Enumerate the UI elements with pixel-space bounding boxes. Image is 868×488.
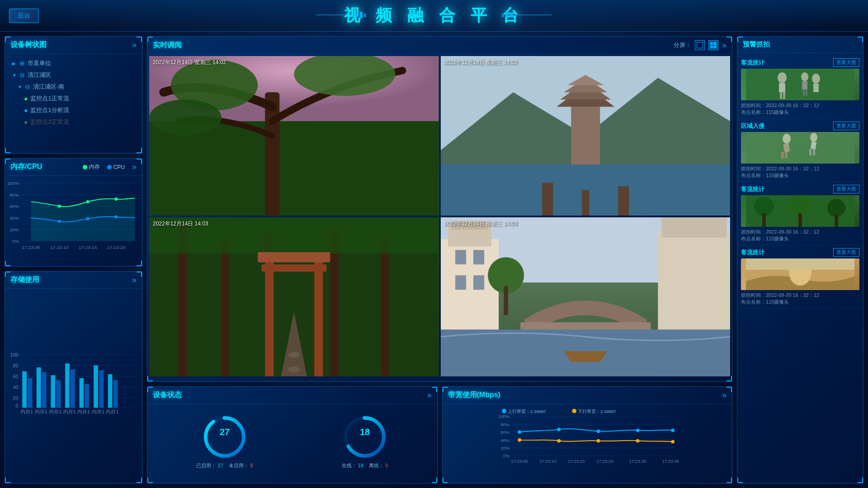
alert-1-type: 客流统计 — [741, 59, 764, 67]
svg-rect-0 — [316, 14, 353, 15]
svg-text:40%: 40% — [9, 216, 19, 221]
svg-text:17:23:20: 17:23:20 — [107, 245, 126, 250]
svg-text:内存1: 内存1 — [92, 409, 104, 414]
tree-globe-icon: ⊕ — [19, 60, 25, 67]
tree-item-city[interactable]: ▶ ⊕ 市直单位 — [8, 57, 139, 69]
svg-rect-98 — [455, 275, 466, 290]
svg-text:20: 20 — [13, 395, 18, 401]
cpu-mem-more[interactable]: » — [132, 162, 137, 172]
cpu-mem-chart: 100% 80% 60% 40% 20% 0% 17:23:05 17:23:1… — [5, 176, 142, 257]
svg-text:100%: 100% — [7, 181, 19, 186]
split-4-cell3 — [710, 46, 713, 49]
svg-text:60%: 60% — [500, 430, 509, 435]
legend-dot-blue — [107, 165, 112, 169]
svg-text:0: 0 — [16, 403, 19, 408]
svg-rect-1 — [355, 13, 359, 17]
alert-1-camera: 布点名称：115摄像头 — [741, 109, 859, 116]
video-cell-2[interactable]: 2022年12月14日 星期三 14:03 — [441, 56, 731, 216]
bandwidth-more[interactable]: » — [722, 390, 726, 400]
tree-item-label-4: 监控点1正常流 — [30, 94, 69, 103]
svg-point-130 — [518, 430, 521, 434]
svg-rect-97 — [473, 250, 484, 264]
tree-item-label-2: 清江浦区 — [28, 71, 51, 79]
device-status-header: 设备状态 » — [147, 387, 437, 404]
tree-item-cam1-analysis[interactable]: ● 监控点1分析流 — [8, 104, 139, 116]
split-1-button[interactable] — [695, 40, 705, 50]
svg-text:18: 18 — [360, 427, 370, 437]
storage-chart: 100 80 60 40 20 0 — [9, 292, 137, 476]
svg-text:0%: 0% — [12, 239, 19, 244]
storage-more[interactable]: » — [132, 275, 137, 285]
realtime-controls: 分屏： » — [674, 40, 726, 50]
svg-text:17:23:05: 17:23:05 — [22, 245, 40, 250]
alert-1-view-btn[interactable]: 查看大图 — [833, 58, 859, 67]
alerts-list: 客流统计 查看大图 — [737, 56, 863, 481]
realtime-more[interactable]: » — [722, 41, 726, 50]
svg-point-68 — [149, 99, 222, 136]
svg-point-136 — [557, 439, 561, 443]
svg-text:17:23:30: 17:23:30 — [662, 459, 679, 464]
device-tree-header: 设备树状图 » — [5, 37, 142, 54]
video-timestamp-2: 2022年12月14日 星期三 14:03 — [444, 59, 518, 66]
back-button[interactable]: 后台 — [9, 9, 39, 23]
svg-point-114 — [502, 409, 506, 413]
device-status-more[interactable]: » — [427, 390, 431, 400]
video-timestamp-3: 2022年12月14日 14:03 — [153, 220, 208, 228]
svg-point-116 — [572, 409, 576, 413]
alerts-panel: 预警抓拍 客流统计 查看大图 — [737, 36, 863, 483]
storage-header: 存储使用 » — [5, 272, 142, 289]
svg-rect-81 — [222, 239, 229, 376]
split-4-button[interactable] — [708, 40, 718, 50]
svg-rect-167 — [746, 132, 854, 164]
alert-1-header: 客流统计 查看大图 — [741, 58, 859, 67]
main-body: 设备树状图 » ▶ ⊕ 市直单位 ▼ ⊖ 清江浦区 ▼ — [0, 32, 868, 488]
svg-rect-7 — [502, 14, 504, 17]
center-column: 实时调阅 分屏： — [147, 36, 732, 483]
alert-4-time: 抓拍时间：2022-09-30 16：32：12 — [741, 292, 859, 299]
tree-arrow-3: ▼ — [18, 84, 22, 89]
svg-rect-50 — [80, 378, 84, 408]
storage-title: 存储使用 — [10, 275, 39, 285]
svg-text:17:23:10: 17:23:10 — [50, 245, 69, 250]
bandwidth-title: 带宽使用(Mbps) — [448, 390, 500, 400]
alert-3-image — [741, 195, 859, 227]
tree-folder-south-icon: ⊖ — [25, 83, 30, 90]
svg-text:0%: 0% — [503, 453, 509, 458]
device-status-panel: 设备状态 » — [147, 386, 438, 483]
svg-text:内存1: 内存1 — [49, 409, 61, 414]
alert-2-view-btn[interactable]: 查看大图 — [833, 122, 859, 130]
device-tree-more[interactable]: » — [132, 40, 137, 50]
tree-item-qingjiangpu[interactable]: ▼ ⊖ 清江浦区 — [8, 69, 139, 81]
tree-item-label-5: 监控点1分析流 — [30, 106, 69, 114]
tree-item-cam2-normal[interactable]: ● 监控点2正常流 — [8, 116, 139, 128]
alert-3-view-btn[interactable]: 查看大图 — [833, 185, 859, 193]
legend-cpu: CPU — [107, 162, 125, 172]
alert-4-header: 客流统计 查看大图 — [741, 248, 859, 257]
svg-rect-77 — [618, 186, 629, 215]
split-4-cell4 — [713, 46, 717, 49]
tree-arrow: ▶ — [12, 61, 17, 66]
alert-item-2: 区域入侵 查看大图 — [737, 119, 863, 182]
device-status-content: 27 已启用： 27 未启用： 3 — [147, 404, 437, 479]
alert-4-view-btn[interactable]: 查看大图 — [833, 248, 859, 257]
svg-rect-51 — [85, 384, 90, 408]
chart-legend: 内存 CPU » — [83, 162, 137, 172]
svg-text:80: 80 — [13, 363, 18, 368]
svg-rect-88 — [258, 252, 330, 262]
realtime-panel: 实时调阅 分屏： — [147, 36, 732, 382]
svg-point-28 — [86, 217, 89, 220]
video-cell-3[interactable]: 2022年12月14日 14:03 — [149, 217, 439, 377]
video-cell-4[interactable]: 2022年12月14日 星期三 14:03 — [441, 217, 731, 377]
gauge2-svg: 18 — [342, 414, 387, 460]
svg-text:17:23:10: 17:23:10 — [539, 459, 557, 464]
device-status-title: 设备状态 — [153, 390, 182, 400]
svg-text:40%: 40% — [500, 438, 509, 443]
storage-content: 100 80 60 40 20 0 — [5, 289, 142, 479]
tree-item-south[interactable]: ▼ ⊖ 清江浦区-南 — [8, 81, 139, 93]
gauge1-enabled-label: 已启用： 27 — [196, 462, 223, 469]
bandwidth-panel: 带宽使用(Mbps) » 上行带宽：2.39687 下行带宽：2.39687 — [442, 386, 733, 483]
tree-cam-green-icon: ● — [24, 95, 28, 102]
video-cell-1[interactable]: 2022年12月14日 星期三 14:02 — [149, 56, 439, 216]
tree-item-cam1-normal[interactable]: ● 监控点1正常流 — [8, 93, 139, 104]
svg-text:内存1: 内存1 — [77, 409, 90, 414]
